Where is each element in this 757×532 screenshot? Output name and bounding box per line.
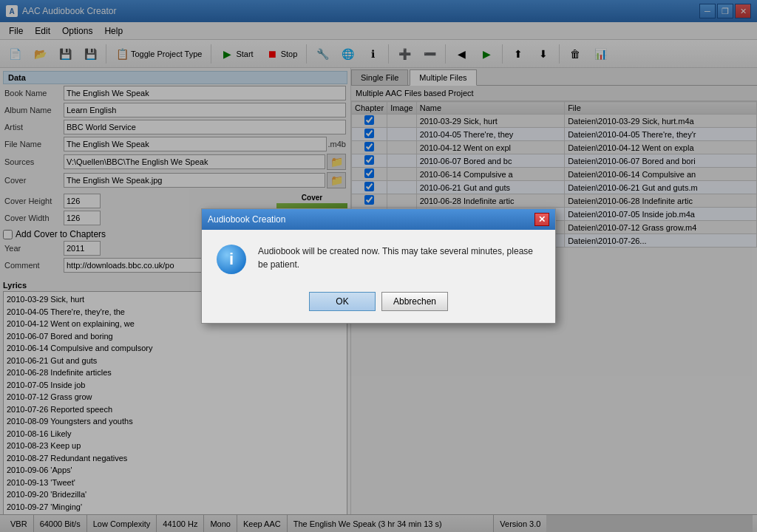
modal-message: Audiobook will be created now. This may … <box>258 245 540 271</box>
modal-ok-button[interactable]: OK <box>309 292 376 311</box>
modal-title: Audiobook Creation <box>208 214 534 225</box>
info-icon: i <box>217 245 246 274</box>
modal-body: i Audiobook will be created now. This ma… <box>202 230 555 286</box>
modal-buttons: OK Abbrechen <box>202 286 555 323</box>
modal-overlay: Audiobook Creation ✕ i Audiobook will be… <box>0 0 757 532</box>
modal-title-bar: Audiobook Creation ✕ <box>202 209 555 230</box>
modal-cancel-button[interactable]: Abbrechen <box>381 292 448 311</box>
modal-dialog: Audiobook Creation ✕ i Audiobook will be… <box>201 208 556 324</box>
modal-close-button[interactable]: ✕ <box>534 213 549 226</box>
